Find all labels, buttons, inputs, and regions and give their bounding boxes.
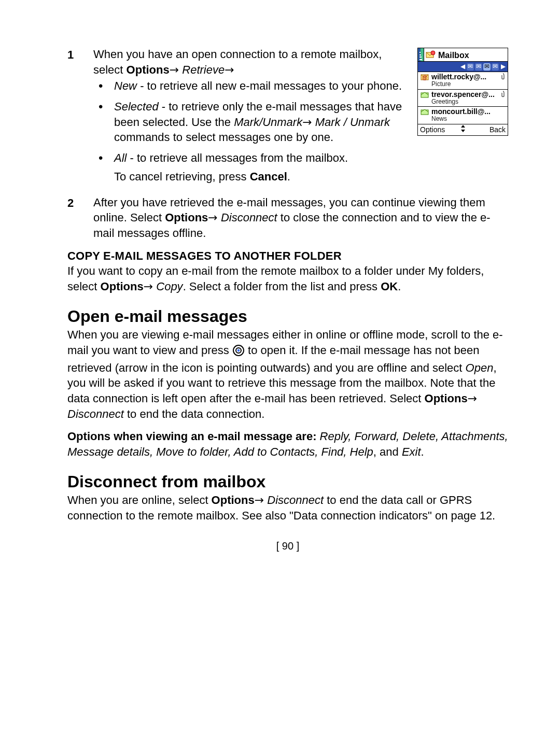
options-label: Options	[425, 392, 468, 405]
arrow-icon: →	[225, 63, 234, 76]
arrow-icon: →	[170, 63, 179, 76]
mark-unmark-label: Mark / Unmark	[315, 116, 390, 129]
disconnect-paragraph: When you are online, select Options→ Dis…	[67, 492, 508, 523]
ok-label: OK	[381, 280, 398, 293]
new-text: - to retrieve all new e-mail messages to…	[137, 79, 402, 92]
arrow-icon: →	[208, 211, 217, 224]
disconnect-label: Disconnect	[67, 407, 124, 420]
open-paragraph: When you are viewing e-mail messages eit…	[67, 327, 508, 421]
disconnect-label: Disconnect	[267, 494, 324, 506]
open-word: Open	[466, 361, 494, 374]
open-options-paragraph: Options when viewing an e-mail message a…	[67, 429, 508, 459]
bullet-new: New - to retrieve all new e-mail message…	[93, 78, 508, 94]
new-label: New	[114, 79, 137, 92]
bullet-all: All - to retrieve all messages from the …	[93, 150, 508, 184]
cancel-label: Cancel	[250, 170, 287, 183]
retrieve-label: Retrieve	[182, 63, 225, 76]
disconnect-label: Disconnect	[221, 211, 277, 224]
copy-label: Copy	[156, 280, 183, 293]
options-label: Options	[127, 63, 170, 76]
bullet-selected: Selected - to retrieve only the e-mail m…	[93, 99, 508, 145]
options-label: Options	[101, 280, 144, 293]
selected-text-tail: commands to select messages one by one.	[114, 131, 333, 144]
arrow-icon: →	[144, 280, 153, 293]
cancel-text: To cancel retrieving, press	[114, 170, 250, 183]
copy-paragraph: If you want to copy an e-mail from the r…	[67, 263, 508, 294]
options-label: Options	[165, 211, 208, 224]
all-label: All	[114, 151, 127, 164]
options-lead: Options when viewing an e-mail message a…	[67, 430, 320, 443]
joystick-press-icon	[233, 345, 244, 360]
step2: After you have retrieved the e-mail mess…	[67, 195, 508, 241]
options-label: Options	[212, 494, 255, 506]
svg-point-10	[237, 349, 240, 352]
all-text: - to retrieve all messages from the mail…	[127, 151, 348, 164]
arrow-icon: →	[468, 392, 477, 405]
selected-label: Selected	[114, 100, 159, 113]
open-heading: Open e-mail messages	[67, 306, 508, 328]
copy-heading: COPY E-MAIL MESSAGES TO ANOTHER FOLDER	[67, 248, 508, 264]
arrow-icon: →	[302, 116, 312, 129]
page-number: [ 90 ]	[67, 539, 508, 553]
exit-label: Exit	[402, 445, 421, 458]
disconnect-heading: Disconnect from mailbox	[67, 471, 508, 493]
arrow-icon: →	[255, 494, 264, 506]
mark-unmark-label: Mark/Unmark	[234, 116, 302, 129]
